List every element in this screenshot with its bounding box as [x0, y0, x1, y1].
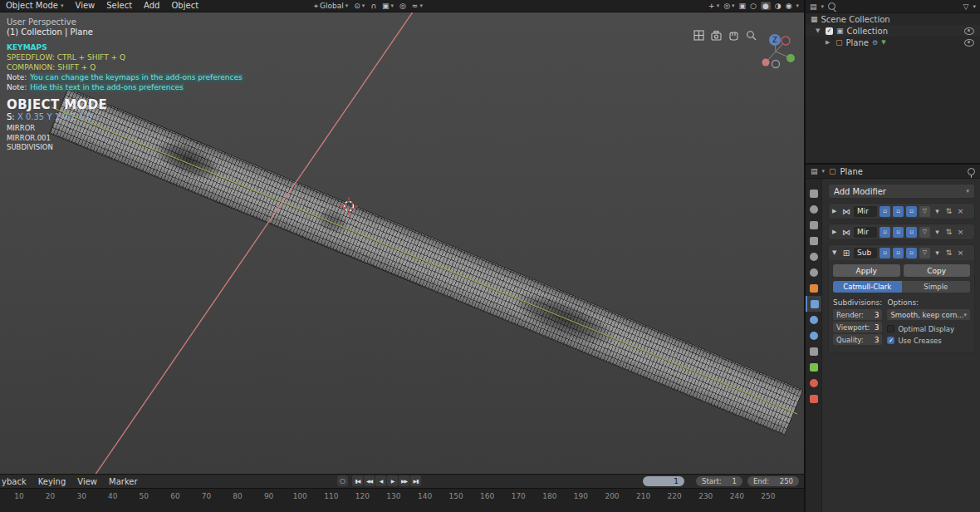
outliner-row-plane[interactable]: ▶ ▢ Plane ⚙ ▼	[806, 37, 980, 48]
toggle-edit-mode-display[interactable]: ▫	[880, 248, 890, 258]
uv-smooth-dropdown[interactable]: Smooth, keep corn... ▾	[887, 309, 970, 320]
remove-modifier-button[interactable]: ×	[956, 228, 965, 236]
optimal-display-checkbox[interactable]: Optimal Display	[887, 323, 970, 334]
use-creases-checkbox[interactable]: ✓ Use Creases	[887, 335, 970, 346]
menu-add[interactable]: Add	[138, 0, 165, 12]
snap-toggle[interactable]: ∩	[370, 2, 376, 10]
shading-dropdown[interactable]: ▾	[796, 2, 799, 9]
play-button[interactable]: ▶	[387, 475, 398, 486]
filter-icon[interactable]: ▽	[963, 2, 969, 11]
menu-playback[interactable]: yback	[0, 477, 32, 486]
toggle-render-display[interactable]: ▫	[906, 206, 917, 217]
gizmos-dropdown[interactable]: + ▾	[708, 2, 719, 10]
move-modifier-button[interactable]: ⇅	[944, 207, 953, 215]
remove-modifier-button[interactable]: ×	[956, 249, 965, 257]
pivot-dropdown[interactable]: ⊙ ▾	[354, 2, 365, 10]
expand-caret-icon[interactable]: ▶	[832, 229, 839, 235]
toggle-on-cage[interactable]: ▽	[919, 206, 930, 217]
simple-button[interactable]: Simple	[902, 281, 971, 293]
toggle-realtime-display[interactable]: ▫	[893, 248, 904, 258]
camera-view-icon[interactable]	[712, 32, 721, 41]
toggle-perspective-icon[interactable]	[694, 31, 703, 40]
timeline-ruler[interactable]: 1020304050607080901001101201301401501601…	[0, 488, 804, 512]
play-reverse-button[interactable]: ◀	[375, 475, 386, 486]
modifier-name-field[interactable]: Mir	[854, 227, 877, 238]
menu-keying[interactable]: Keying	[32, 477, 72, 486]
jump-to-start-button[interactable]: ▮◀	[352, 475, 363, 486]
expand-caret-icon[interactable]: ▶	[832, 208, 839, 214]
zoom-view-icon[interactable]	[747, 32, 756, 40]
menu-view[interactable]: View	[70, 0, 101, 12]
viewport-subdivisions-field[interactable]: Viewport: 3	[833, 322, 882, 332]
add-modifier-button[interactable]: Add Modifier ▾	[828, 184, 975, 199]
toggle-realtime-display[interactable]: ▫	[893, 227, 904, 238]
mode-dropdown[interactable]: Object Mode ▾	[0, 0, 70, 12]
menu-view[interactable]: View	[71, 477, 103, 486]
tab-particles[interactable]	[806, 312, 821, 327]
shading-wireframe-button[interactable]: ○	[750, 2, 757, 10]
tab-scene[interactable]	[806, 249, 821, 264]
current-frame-field[interactable]: 1	[643, 476, 684, 486]
modifier-name-field[interactable]: Mir	[854, 206, 877, 217]
search-icon[interactable]	[828, 2, 835, 10]
editor-type-icon[interactable]: ▤	[811, 167, 818, 175]
overlays-dropdown[interactable]: ◎ ▾	[723, 2, 734, 10]
tab-material[interactable]	[806, 375, 821, 391]
tab-texture[interactable]	[806, 391, 821, 406]
tab-constraints[interactable]	[806, 343, 821, 359]
menu-object[interactable]: Object	[165, 0, 204, 12]
falloff-dropdown[interactable]: ≈ ▾	[412, 2, 423, 10]
auto-keying-toggle[interactable]: ○	[337, 475, 348, 486]
modifier-name-field[interactable]: Sub	[854, 248, 877, 258]
toggle-render-display[interactable]: ▫	[906, 227, 917, 238]
expand-caret-icon[interactable]: ▼	[816, 27, 822, 34]
prev-keyframe-button[interactable]: ◀◀	[364, 475, 375, 486]
tab-physics[interactable]	[806, 327, 821, 343]
modifier-extras-dropdown[interactable]: ▾	[933, 249, 942, 257]
snap-target-dropdown[interactable]: ▣ ▾	[382, 2, 394, 10]
gizmo-y-axis[interactable]	[786, 54, 795, 62]
shading-solid-button[interactable]: ●	[761, 2, 771, 10]
outliner-row-scene-collection[interactable]: ▦ Scene Collection	[806, 13, 980, 25]
shading-rendered-button[interactable]: ◉	[786, 2, 792, 10]
toggle-on-cage[interactable]: ▽	[919, 248, 930, 258]
outliner-row-collection[interactable]: ▼ ✓ ▣ Collection	[806, 25, 980, 37]
end-frame-field[interactable]: End: 250	[747, 476, 799, 486]
gizmo-x-neg-axis[interactable]	[782, 37, 790, 45]
tab-world[interactable]	[806, 264, 821, 280]
xray-toggle[interactable]: ▣	[739, 2, 747, 10]
orientation-dropdown[interactable]: ⌖ Global ▾	[314, 2, 348, 11]
gizmo-x-axis[interactable]	[762, 59, 770, 66]
tab-view-layer[interactable]	[806, 233, 821, 249]
modifier-extras-dropdown[interactable]: ▾	[933, 228, 942, 236]
menu-select[interactable]: Select	[100, 0, 138, 12]
tab-modifiers[interactable]	[806, 296, 821, 312]
shading-material-button[interactable]: ◑	[775, 2, 782, 10]
tab-tool[interactable]	[806, 185, 821, 201]
quality-field[interactable]: Quality: 3	[833, 334, 882, 345]
navigation-gizmo[interactable]: Z	[762, 34, 796, 68]
hide-in-viewport-eye-icon[interactable]	[964, 27, 974, 35]
move-view-hand-icon[interactable]	[730, 32, 737, 40]
pin-icon[interactable]	[968, 168, 975, 175]
toggle-edit-mode-display[interactable]: ▫	[880, 227, 890, 238]
toggle-realtime-display[interactable]: ▫	[893, 206, 904, 217]
move-modifier-button[interactable]: ⇅	[944, 228, 953, 236]
menu-marker[interactable]: Marker	[103, 477, 144, 486]
toggle-render-display[interactable]: ▫	[906, 248, 917, 258]
tab-object-data[interactable]	[806, 359, 821, 375]
apply-button[interactable]: Apply	[833, 264, 900, 277]
modifier-extras-dropdown[interactable]: ▾	[933, 207, 942, 215]
hide-in-viewport-eye-icon[interactable]	[964, 39, 974, 47]
proportional-editing-toggle[interactable]: ◎	[399, 2, 406, 10]
toggle-on-cage[interactable]: ▽	[919, 227, 930, 238]
toggle-edit-mode-display[interactable]: ▫	[880, 206, 890, 217]
collection-checkbox[interactable]: ✓	[826, 27, 833, 35]
3d-viewport[interactable]: Z	[0, 12, 804, 474]
catmull-clark-button[interactable]: Catmull-Clark	[833, 281, 902, 293]
expand-caret-icon[interactable]: ▶	[826, 39, 832, 46]
tab-render[interactable]	[806, 201, 821, 217]
next-keyframe-button[interactable]: ▶▶	[399, 475, 409, 486]
jump-to-end-button[interactable]: ▶▮	[410, 475, 421, 486]
remove-modifier-button[interactable]: ×	[956, 207, 965, 215]
